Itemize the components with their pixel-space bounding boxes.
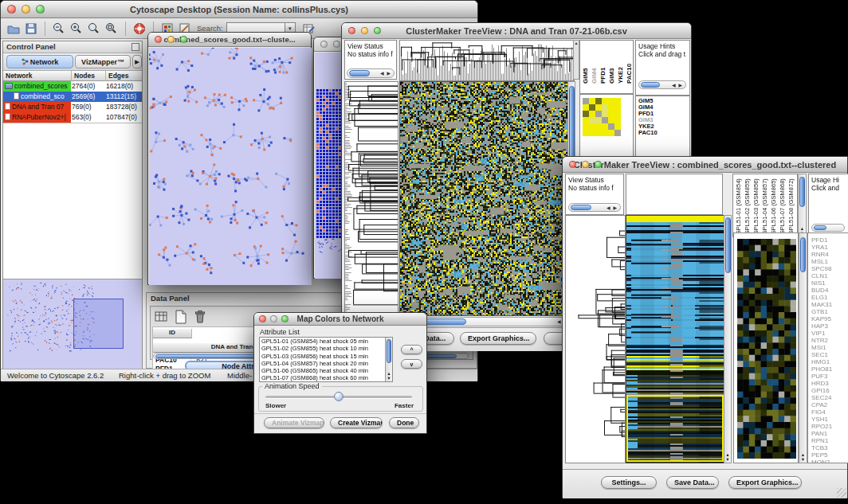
- select-attributes-icon[interactable]: [154, 309, 170, 325]
- move-up-button[interactable]: ^: [401, 345, 422, 354]
- scroll-thumb[interactable]: [725, 217, 731, 273]
- gene-label[interactable]: RPO21: [811, 423, 848, 430]
- network-list-row[interactable]: combined_scores 2764(0) 16218(0): [3, 81, 142, 92]
- attribute-item[interactable]: GPL51-03 (GSM856) heat shock 15 min: [260, 353, 392, 360]
- zoom-heatmap[interactable]: [737, 239, 796, 459]
- gene-label[interactable]: HRD3: [811, 380, 848, 387]
- gene-label[interactable]: CPA2: [811, 401, 848, 408]
- zoom-in-icon[interactable]: [68, 21, 85, 37]
- move-down-button[interactable]: v: [401, 359, 422, 369]
- create-vizmap-button[interactable]: Create Vizmap: [330, 417, 383, 428]
- treeview2-title-bar[interactable]: ClusterMaker TreeView : combined_scores_…: [563, 157, 847, 173]
- column-label[interactable]: GPL51-04 (GSM857): [761, 176, 770, 235]
- main-title-bar[interactable]: Cytoscape Desktop (Session Name: collins…: [1, 1, 477, 18]
- new-attribute-icon[interactable]: [173, 309, 189, 325]
- attribute-item[interactable]: GPL51-06 (GSM865) heat shock 40 min: [260, 367, 392, 374]
- export-graphics-button[interactable]: Export Graphics...: [460, 332, 536, 345]
- attribute-item[interactable]: GPL51-07 (GSM868) heat shock 60 min: [260, 374, 392, 381]
- usage-hints-scrollbar[interactable]: ◀ ▶: [638, 80, 686, 89]
- gene-label[interactable]: SPC98: [811, 265, 848, 272]
- gene-label[interactable]: SEC24: [811, 394, 848, 401]
- similarity-matrix[interactable]: [583, 98, 621, 136]
- column-label[interactable]: PAC10: [626, 42, 634, 84]
- column-label[interactable]: GIM4: [591, 42, 599, 84]
- zoom-out-icon[interactable]: [50, 21, 68, 37]
- column-label[interactable]: GIM5: [582, 42, 591, 84]
- resize-grip[interactable]: [837, 488, 846, 498]
- heatmap-vscrollbar[interactable]: ▲▼: [724, 215, 732, 463]
- save-data-button[interactable]: Save Data...: [666, 476, 719, 489]
- treeview1-title-bar[interactable]: ClusterMaker TreeView : DNA and Tran 07-…: [342, 23, 691, 39]
- usage-hints-scrollbar[interactable]: [811, 224, 845, 232]
- tab-vizmapper[interactable]: VizMapper™: [75, 55, 131, 68]
- column-label[interactable]: PFD1: [599, 42, 608, 84]
- gene-label[interactable]: FIG4: [811, 408, 848, 416]
- scroll-arrows[interactable]: ▲▼: [724, 452, 731, 462]
- minimize-button[interactable]: [582, 161, 589, 168]
- minimize-button[interactable]: [361, 27, 368, 34]
- scroll-thumb[interactable]: [349, 70, 370, 76]
- network-list-row[interactable]: RNAPuberNov2+| 563(0) 107847(0): [3, 112, 142, 123]
- minimize-button[interactable]: [270, 315, 277, 322]
- attr-col-id[interactable]: ID: [153, 329, 192, 338]
- gene-label[interactable]: MSL1: [811, 258, 848, 265]
- column-label[interactable]: GPL51-03 (GSM856): [752, 176, 761, 235]
- column-dendrogram[interactable]: [399, 40, 575, 81]
- gene-label[interactable]: ELG1: [811, 294, 848, 301]
- heatmap-main[interactable]: [626, 215, 724, 463]
- gene-label[interactable]: PFD1: [811, 236, 848, 244]
- col-network[interactable]: Network: [3, 71, 72, 81]
- gene-label[interactable]: GTB1: [811, 308, 848, 315]
- column-label[interactable]: YKE2: [617, 42, 626, 84]
- gene-label[interactable]: NIS1: [811, 279, 848, 287]
- attribute-list-vscrollbar[interactable]: ▲▼: [385, 338, 392, 381]
- zoom-button[interactable]: [180, 36, 187, 43]
- scroll-thumb[interactable]: [799, 177, 805, 207]
- gene-label[interactable]: TCB3: [811, 444, 848, 451]
- gene-label[interactable]: MAK31: [811, 301, 848, 308]
- attribute-item[interactable]: GPL51-04 (GSM857) heat shock 20 min: [260, 360, 392, 367]
- birdseye-view[interactable]: [3, 279, 142, 369]
- network-list-row[interactable]: DNA and Tran 07 769(0) 183728(0): [3, 102, 142, 112]
- scroll-thumb[interactable]: [814, 225, 826, 230]
- gene-label[interactable]: SEC1: [811, 351, 848, 358]
- save-icon[interactable]: [22, 21, 40, 37]
- minimize-button[interactable]: [333, 41, 340, 48]
- open-file-icon[interactable]: [5, 21, 22, 37]
- zoom-fit-icon[interactable]: [103, 21, 120, 37]
- view-status-scrollbar[interactable]: ◀ ▶: [347, 68, 395, 78]
- scroll-arrows[interactable]: ◀ ▶: [607, 205, 618, 212]
- close-button[interactable]: [7, 5, 16, 14]
- settings-button[interactable]: Settings...: [601, 476, 657, 489]
- heatmap-main[interactable]: [399, 81, 568, 316]
- gene-label[interactable]: BUD4: [811, 287, 848, 294]
- network-canvas[interactable]: [149, 48, 312, 285]
- help-icon[interactable]: [131, 21, 148, 37]
- gene-label[interactable]: YSH1: [811, 416, 848, 423]
- column-label[interactable]: GPL51-08 (GSM872): [787, 176, 796, 235]
- column-label[interactable]: GPL51-07 (GSM868): [779, 176, 787, 235]
- gene-label[interactable]: KAP95: [811, 315, 848, 322]
- zoom-button[interactable]: [281, 315, 289, 322]
- scroll-arrows[interactable]: ◀ ▶: [380, 70, 391, 77]
- dendrogram-scroll-strip[interactable]: ▲: [573, 40, 579, 80]
- column-label[interactable]: GPL51-01 (GSM854): [735, 176, 744, 235]
- scroll-thumb[interactable]: [571, 205, 591, 210]
- scroll-thumb[interactable]: [641, 82, 660, 88]
- zoom-button[interactable]: [595, 161, 602, 168]
- gene-label[interactable]: PAN1: [811, 430, 848, 437]
- gene-label[interactable]: RPN1: [811, 437, 848, 444]
- col-nodes[interactable]: Nodes: [72, 71, 106, 81]
- done-button[interactable]: Done: [389, 417, 419, 428]
- minimize-button[interactable]: [167, 36, 175, 43]
- gene-label[interactable]: YRA1: [811, 244, 848, 251]
- animate-vizmap-button[interactable]: Animate Vizmap: [264, 417, 324, 428]
- gene-label[interactable]: PHO81: [811, 365, 848, 373]
- gene-label[interactable]: NTR2: [811, 337, 848, 344]
- gene-label[interactable]: CLN1: [811, 272, 848, 279]
- column-label[interactable]: GPL51-02 (GSM855): [744, 176, 752, 235]
- column-label[interactable]: GPL51-06 (GSM865): [770, 176, 779, 235]
- zoom-heatmap-vscrollbar[interactable]: ▲▼: [799, 232, 807, 463]
- scroll-thumb[interactable]: [800, 237, 806, 272]
- zoom-actual-icon[interactable]: [85, 21, 103, 37]
